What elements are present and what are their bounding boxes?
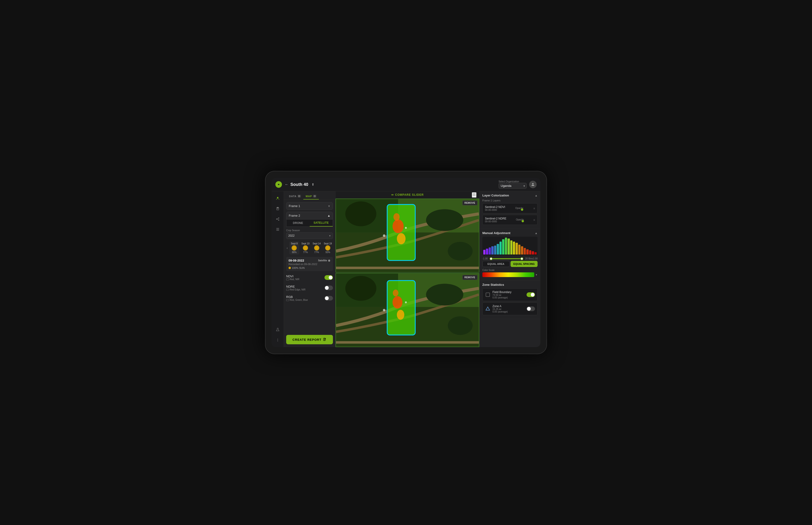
- crop-season-select[interactable]: 2022 2021 2020: [286, 232, 333, 239]
- map-svg-1: [336, 199, 479, 272]
- drone-sat-tabs: DRONE SATELLITE: [286, 220, 333, 227]
- svg-point-27: [448, 242, 473, 260]
- sidebar-item-person[interactable]: [274, 194, 282, 202]
- right-panel: Layer Colorization ▲ Frame 1 Layers Sent…: [479, 191, 540, 347]
- map-area: ⇔ COMPARE SLIDER: [336, 191, 479, 347]
- range-thumb-right[interactable]: [520, 257, 523, 260]
- frame1-remove-button[interactable]: REMOVE: [462, 200, 477, 205]
- frame1-layers-subtitle: Frame 1 Layers: [482, 199, 538, 202]
- ndre-layer-info: NDRE Red Edge, NIR: [286, 285, 305, 291]
- svg-point-46: [397, 310, 404, 320]
- view-tabs: DATA ⊡ MAP ⊡: [284, 191, 335, 200]
- layer-colorization-section: Layer Colorization ▲ Frame 1 Layers Sent…: [479, 191, 540, 229]
- ndre-card-menu[interactable]: ≡: [533, 218, 535, 222]
- layer-colorization-collapse[interactable]: ▲: [535, 194, 538, 197]
- histogram-bar: [500, 242, 502, 255]
- ndvi-toggle[interactable]: [324, 275, 333, 280]
- date-row: ‹ Sept 8 88% Sept 10 77% Sept 14: [286, 241, 333, 255]
- rgb-layer-name: RGB: [286, 295, 308, 299]
- back-button[interactable]: ←: [285, 182, 289, 186]
- frame2-header[interactable]: Frame 2 ▲: [286, 212, 333, 220]
- date-item-sept14[interactable]: Sept 14 77%: [311, 241, 322, 255]
- zone-a-icon: [485, 306, 491, 312]
- header-nav: ← South 40 ⬆: [285, 182, 499, 187]
- zone-a-acres: 15.25 ac: [492, 308, 525, 311]
- date-prev[interactable]: ‹: [286, 245, 288, 250]
- svg-point-40: [346, 276, 377, 301]
- ndvi-sub-icon: [286, 279, 289, 280]
- svg-point-47: [393, 289, 398, 296]
- zone-statistics-title: Zone Statistics: [482, 283, 504, 286]
- left-panel: DATA ⊡ MAP ⊡ Frame 1 ▼: [284, 191, 336, 347]
- zone-boundary-toggle[interactable]: [526, 292, 535, 297]
- range-track[interactable]: [490, 258, 523, 259]
- ndre-toggle[interactable]: [324, 286, 333, 290]
- drone-tab[interactable]: DRONE: [287, 220, 310, 227]
- svg-point-5: [278, 217, 279, 219]
- create-report-button[interactable]: CREATE REPORT: [286, 335, 333, 344]
- histogram-bar: [486, 249, 488, 255]
- histogram-bar: [518, 245, 520, 255]
- histogram-bar: [502, 239, 504, 255]
- frame1-selector[interactable]: Frame 1 ▼: [286, 202, 333, 210]
- ndvi-layer-row: NDVI Red, NIR: [286, 273, 333, 282]
- sidebar-item-list[interactable]: [274, 225, 282, 234]
- org-select[interactable]: Uganda Organization 1: [499, 183, 527, 189]
- rgb-layer-info: RGB Red, Green, Blue: [286, 295, 308, 301]
- sidebar-item-more[interactable]: [274, 336, 282, 344]
- aerial-map-1: REMOVE: [336, 198, 479, 273]
- ndre-layer-card: Sentinel-2 NDRE 00-00-0000 Opacity: [482, 215, 538, 225]
- svg-rect-10: [276, 229, 279, 229]
- histogram-bar: [532, 251, 534, 255]
- svg-point-48: [383, 309, 386, 311]
- equal-area-btn[interactable]: EQUAL AREA: [482, 261, 510, 267]
- ndvi-layer-sub: Red, NIR: [286, 278, 299, 281]
- field-boundary-icon: [485, 292, 491, 298]
- equal-spacing-btn[interactable]: EQUAL SPACING: [510, 261, 538, 267]
- histogram-bar: [507, 239, 510, 255]
- layer-colorization-header: Layer Colorization ▲: [482, 194, 538, 197]
- sidebar: [272, 191, 284, 347]
- manual-adjustment-collapse[interactable]: ▲: [535, 231, 538, 235]
- range-bins: 20 Bins: [525, 257, 533, 260]
- date-item-sept8[interactable]: Sept 8 88%: [289, 241, 300, 255]
- tab-data[interactable]: DATA ⊡: [287, 193, 303, 199]
- zone-a-info: Zone A 15.25 ac 0.05 (average): [492, 304, 525, 313]
- frame2-remove-button[interactable]: REMOVE: [462, 275, 477, 280]
- ndre-opacity-row: Opacity: [516, 218, 524, 222]
- ndre-layer-sub: Red Edge, NIR: [286, 288, 305, 291]
- svg-point-26: [426, 209, 463, 231]
- user-avatar[interactable]: [529, 181, 537, 188]
- satellite-tab[interactable]: SATELLITE: [310, 220, 333, 227]
- rgb-toggle[interactable]: [324, 296, 333, 301]
- range-max: 1.00: [533, 257, 538, 260]
- share-icon[interactable]: ⬆: [311, 183, 315, 186]
- color-scale-chevron: ▼: [535, 273, 538, 276]
- spacing-buttons: EQUAL AREA EQUAL SPACING: [482, 261, 538, 267]
- tab-map[interactable]: MAP ⊡: [303, 193, 319, 199]
- svg-rect-44: [387, 281, 415, 335]
- ndre-card-date: 00-00-0000: [485, 220, 506, 223]
- svg-line-8: [277, 219, 278, 220]
- sidebar-item-nodes[interactable]: [274, 215, 282, 223]
- zone-a-toggle[interactable]: [526, 306, 535, 311]
- map-frame-2: REMOVE: [336, 273, 479, 347]
- zone-boundary-avg: 0.05 (average): [492, 296, 525, 299]
- sun-info: 100% SUN: [289, 267, 331, 269]
- date-info-box: 09-08-2022 Satellite Recorded on 09-08-2…: [286, 257, 333, 271]
- date-item-sept10[interactable]: Sept 10 77%: [300, 241, 311, 255]
- map-toolbar: ⇔ COMPARE SLIDER: [336, 191, 479, 198]
- crop-season-section: Crop Season 2022 2021 2020 ▼: [286, 229, 333, 239]
- ndvi-layer-name: NDVI: [286, 274, 299, 278]
- sidebar-item-flask[interactable]: [274, 326, 282, 334]
- svg-rect-29: [387, 205, 415, 260]
- sidebar-item-clipboard[interactable]: [274, 205, 282, 213]
- map-menu-button[interactable]: [472, 192, 476, 198]
- ndvi-card-menu[interactable]: ≡: [533, 207, 535, 210]
- histogram-bar: [489, 247, 491, 255]
- report-icon: [323, 338, 326, 342]
- histogram-bar: [516, 243, 518, 255]
- color-scale-bar[interactable]: [482, 272, 534, 277]
- date-item-sept19[interactable]: Sept 19 93%: [323, 241, 333, 255]
- range-thumb-left[interactable]: [490, 257, 492, 260]
